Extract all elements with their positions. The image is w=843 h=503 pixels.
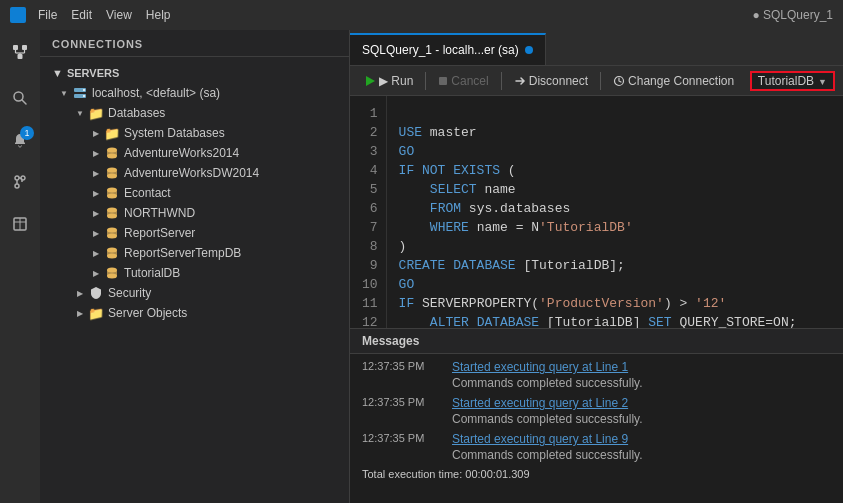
connections-panel: CONNECTIONS ▼ SERVERS localhost, <defaul… [40,30,350,503]
editor-toolbar: ▶ Run Cancel Disconnect [350,66,843,96]
servers-label: ▼ SERVERS [40,63,349,83]
expand-reportservertempdb[interactable] [88,245,104,261]
tree-item-reportserver[interactable]: ReportServer [40,223,349,243]
server-icon [72,85,88,101]
connections-header: CONNECTIONS [40,30,349,57]
svg-point-37 [107,254,117,259]
line-num-4: 4 [362,161,378,180]
line-numbers: 1 2 3 4 5 6 7 8 9 10 11 12 [350,96,387,328]
svg-point-28 [107,194,117,199]
icon-table[interactable] [4,208,36,240]
icon-search[interactable] [4,82,36,114]
system-dbs-icon: 📁 [104,125,120,141]
line-8: CREATE DATABASE [TutorialDB]; [399,258,625,273]
tab-bar: SQLQuery_1 - localh...er (sa) [350,30,843,66]
query-tab[interactable]: SQLQuery_1 - localh...er (sa) [350,33,546,65]
tree-item-reportservertempdb[interactable]: ReportServerTempDB [40,243,349,263]
msg-detail-2: Commands completed successfully. [362,412,831,426]
line-1: USE master [399,125,477,140]
svg-point-10 [15,176,19,180]
code-editor[interactable]: 1 2 3 4 5 6 7 8 9 10 11 12 USE master GO… [350,96,843,328]
change-connection-button[interactable]: Change Connection [607,72,740,90]
line-7: ) [399,239,407,254]
connections-tree: ▼ SERVERS localhost, <default> (sa) [40,57,349,503]
code-lines[interactable]: USE master GO IF NOT EXISTS ( SELECT nam… [387,96,809,328]
notification-badge: 1 [20,126,34,140]
tree-item-northwnd[interactable]: NORTHWND [40,203,349,223]
disconnect-icon [514,75,526,87]
icon-git[interactable] [4,166,36,198]
tree-item-server-objects[interactable]: 📁 Server Objects [40,303,349,323]
cancel-button[interactable]: Cancel [432,72,494,90]
connection-dropdown[interactable]: TutorialDB [750,71,835,91]
line-num-6: 6 [362,199,378,218]
menu-view[interactable]: View [106,8,132,22]
line-num-12: 12 [362,313,378,328]
svg-point-22 [107,154,117,159]
expand-aw2014[interactable] [88,145,104,161]
run-button[interactable]: ▶ Run [358,72,419,90]
expand-security[interactable] [72,285,88,301]
tree-item-tutorialdb[interactable]: TutorialDB [40,263,349,283]
aw2014-icon [104,145,120,161]
msg-link-2[interactable]: Started executing query at Line 2 [452,396,628,410]
security-label: Security [108,286,151,300]
line-3: IF NOT EXISTS ( [399,163,516,178]
msg-link-1[interactable]: Started executing query at Line 1 [452,360,628,374]
disconnect-button[interactable]: Disconnect [508,72,594,90]
svg-rect-42 [439,77,447,85]
awdw2014-label: AdventureWorksDW2014 [124,166,259,180]
northwnd-label: NORTHWND [124,206,195,220]
msg-total-row: Total execution time: 00:00:01.309 [362,468,831,480]
line-9: GO [399,277,415,292]
server-objects-icon: 📁 [88,305,104,321]
tree-item-security[interactable]: Security [40,283,349,303]
icon-notification[interactable]: 1 [4,124,36,156]
message-row-1: 12:37:35 PM Started executing query at L… [362,360,831,374]
expand-tutorialdb[interactable] [88,265,104,281]
line-2: GO [399,144,415,159]
svg-point-12 [15,184,19,188]
expand-server-objects[interactable] [72,305,88,321]
line-4: SELECT name [399,182,516,197]
server-objects-label: Server Objects [108,306,187,320]
line-num-8: 8 [362,237,378,256]
tree-item-econtact[interactable]: Econtact [40,183,349,203]
menu-help[interactable]: Help [146,8,171,22]
servers-arrow[interactable]: ▼ [52,67,63,79]
icon-connections[interactable] [4,36,36,68]
expand-econtact[interactable] [88,185,104,201]
tree-item-system-dbs[interactable]: 📁 System Databases [40,123,349,143]
msg-link-3[interactable]: Started executing query at Line 9 [452,432,628,446]
expand-northwnd[interactable] [88,205,104,221]
tree-item-localhost[interactable]: localhost, <default> (sa) [40,83,349,103]
msg-total-text: Total execution time: 00:00:01.309 [362,468,530,480]
svg-point-34 [107,234,117,239]
expand-databases[interactable] [72,105,88,121]
security-icon [88,285,104,301]
line-6: WHERE name = N'TutorialDB' [399,220,633,235]
northwnd-icon [104,205,120,221]
main-layout: 1 CONNECTIONS ▼ SERVERS [0,30,843,503]
content-area: SQLQuery_1 - localh...er (sa) ▶ Run Canc… [350,30,843,503]
menu-file[interactable]: File [38,8,57,22]
icon-bar: 1 [0,30,40,503]
databases-label: Databases [108,106,165,120]
msg-time-3: 12:37:35 PM [362,432,442,444]
expand-system-dbs[interactable] [88,125,104,141]
line-num-1: 1 [362,104,378,123]
expand-reportserver[interactable] [88,225,104,241]
tree-item-awdw2014[interactable]: AdventureWorksDW2014 [40,163,349,183]
econtact-label: Econtact [124,186,171,200]
expand-awdw2014[interactable] [88,165,104,181]
toolbar-sep-2 [501,72,502,90]
tree-item-databases[interactable]: 📁 Databases [40,103,349,123]
expand-localhost[interactable] [56,85,72,101]
msg-time-2: 12:37:35 PM [362,396,442,408]
tree-item-aw2014[interactable]: AdventureWorks2014 [40,143,349,163]
menu-edit[interactable]: Edit [71,8,92,22]
svg-rect-2 [18,54,23,59]
svg-point-25 [107,174,117,179]
connection-db-name: TutorialDB [758,74,814,88]
aw2014-label: AdventureWorks2014 [124,146,239,160]
